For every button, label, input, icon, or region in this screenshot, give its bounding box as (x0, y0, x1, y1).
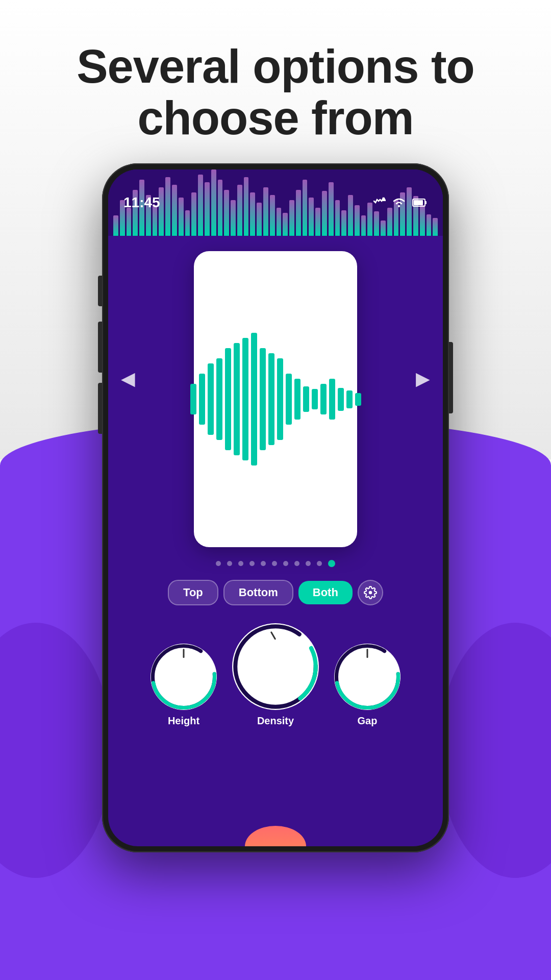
height-knob-indicator (183, 649, 185, 658)
top-button[interactable]: Top (168, 580, 218, 605)
wifi-icon (392, 197, 406, 209)
both-button[interactable]: Both (298, 581, 353, 604)
pagination-dot[interactable] (317, 561, 322, 566)
volume-up-button (98, 322, 102, 373)
status-icons (373, 197, 428, 209)
vis-bar (329, 379, 335, 420)
density-knob-ring-svg (232, 623, 319, 710)
volume-down-button (98, 383, 102, 434)
height-knob[interactable] (151, 644, 217, 710)
pagination-dot[interactable] (261, 561, 266, 566)
vis-bar (320, 384, 327, 414)
vis-bar (294, 379, 300, 420)
svg-rect-3 (425, 201, 427, 204)
height-knob-container: Height (151, 644, 217, 727)
waveform-card (194, 251, 357, 547)
bottom-teaser (245, 826, 306, 846)
vis-bar (355, 393, 361, 406)
pagination-dot[interactable] (249, 561, 255, 566)
pagination-dot[interactable] (306, 561, 311, 566)
density-knob[interactable] (232, 623, 319, 710)
screen-content: ◀ ▶ (108, 236, 443, 846)
vis-bar (251, 333, 257, 465)
pagination-dot[interactable] (294, 561, 299, 566)
pagination-dot[interactable] (272, 561, 277, 566)
settings-button[interactable] (358, 580, 383, 605)
svg-point-1 (398, 205, 400, 207)
gap-knob[interactable] (334, 644, 400, 710)
pagination-dots (216, 560, 335, 567)
density-knob-label: Density (257, 715, 294, 727)
vis-bar (286, 374, 292, 425)
gap-knob-container: Gap (334, 644, 400, 727)
vis-bar (312, 389, 318, 409)
status-bar: 11:45 (108, 169, 443, 236)
gap-knob-label: Gap (358, 715, 378, 727)
vis-bar (216, 358, 222, 440)
status-time: 11:45 (123, 194, 160, 211)
phone-screen: 11:45 (108, 169, 443, 846)
signal-icon (373, 197, 386, 209)
vis-bar (268, 353, 274, 445)
waveform-visual (180, 323, 371, 476)
toggle-row: Top Bottom Both (168, 580, 383, 605)
nav-right-button[interactable]: ▶ (416, 368, 430, 389)
power-button (449, 342, 453, 413)
vis-bar (338, 388, 344, 411)
waveform-section: ◀ ▶ (118, 251, 433, 547)
vis-bar (303, 386, 309, 412)
battery-icon (412, 198, 428, 208)
vis-bar (242, 338, 248, 460)
volume-silent-button (98, 276, 102, 306)
bottom-button[interactable]: Bottom (223, 580, 293, 605)
pagination-dot[interactable] (283, 561, 288, 566)
vis-bar (225, 348, 231, 450)
vis-bar (346, 390, 353, 408)
pagination-dot[interactable] (227, 561, 232, 566)
phone-frame: 11:45 (102, 163, 449, 852)
vis-bar (277, 358, 283, 440)
nav-left-button[interactable]: ◀ (121, 368, 135, 389)
svg-rect-4 (414, 200, 423, 205)
page-title: Several options to choose from (31, 41, 520, 144)
pagination-dot[interactable] (238, 561, 243, 566)
gap-knob-indicator (367, 649, 368, 658)
vis-bar (208, 363, 214, 435)
vis-bar (260, 348, 266, 450)
height-knob-label: Height (168, 715, 199, 727)
phone-mockup: 11:45 (102, 163, 449, 852)
gear-icon (364, 586, 377, 599)
header-section: Several options to choose from (0, 41, 551, 144)
pagination-dot-active[interactable] (328, 560, 335, 567)
vis-bar (234, 343, 240, 455)
vis-bar (199, 374, 205, 425)
vis-bar (190, 384, 196, 414)
density-knob-container: Density (232, 623, 319, 727)
pagination-dot[interactable] (216, 561, 221, 566)
knobs-section: Height Density (151, 623, 400, 727)
